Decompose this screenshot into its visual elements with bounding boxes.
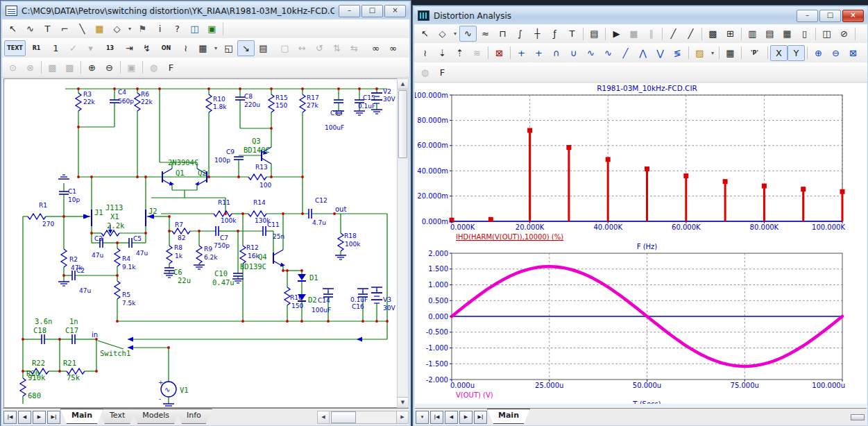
line-tool-icon[interactable]: ╱ [665,26,682,42]
resize-grip[interactable] [851,414,865,420]
attribute-display-toggle-icon[interactable]: R1 [26,40,47,56]
node-voltages-toggle-icon[interactable]: ✓ [65,40,82,56]
voltage-dropdown-icon[interactable]: ▾ [82,40,99,56]
current-display-toggle-icon[interactable]: ↯ [138,40,155,56]
schematic-horizontal-scrollbar[interactable]: ◀ ▶ [317,411,409,424]
schematic-canvas[interactable]: ∿R322kC4560pR622kR101.8kC8220uR15150R172… [4,79,397,407]
bus-component-tool-icon[interactable]: ▦ [91,21,108,37]
wire-tool-icon[interactable]: ∿ [22,21,39,37]
last-page-button[interactable]: ▶| [474,411,487,424]
line-tool-icon[interactable]: ╲ [74,21,91,37]
zoom-window-button-icon[interactable]: ⊠ [844,45,862,61]
select-area-button-icon[interactable]: ▣ [123,60,140,76]
shape-picker-dropdown-icon[interactable]: ▾ [451,26,459,42]
enable-region-tool-icon[interactable]: ▣ [203,21,221,37]
page-dropdown-button[interactable]: ▾ [416,411,429,424]
font-button-icon[interactable]: F [434,65,451,80]
scale-mode-button-icon[interactable]: ∫ [511,26,529,42]
envelope-button-icon[interactable]: ≶ [669,45,686,61]
grid-toggle-dropdown-icon[interactable]: ▾ [212,40,220,56]
valley-button-icon[interactable]: ∪ [565,45,582,61]
color-picker-dropdown-icon[interactable]: ▾ [708,45,717,61]
cursor-up-button-icon[interactable]: ⇡ [451,45,468,61]
zoom-out-button-icon[interactable]: ⊖ [101,60,118,76]
slope-lines-toggle-icon[interactable]: ⊘ [835,26,853,42]
close-button[interactable]: × [384,5,406,17]
schematic-vertical-scrollbar[interactable]: ▲ ▼ [397,78,409,408]
font-button-icon[interactable]: F [162,60,180,76]
minimize-button[interactable]: – [797,10,818,22]
horizontal-scroll-thumb[interactable] [331,411,356,423]
vertical-tag-button-icon[interactable]: + [530,45,547,61]
periodic-steady-state-button-icon[interactable]: 'P' [744,45,765,61]
y-autoscale-button-icon[interactable]: Y [788,45,805,61]
zoom-in-button-icon[interactable]: ⊕ [83,60,101,76]
shape-picker-icon[interactable]: ◇ [434,26,451,42]
info-page-button-icon[interactable]: ⊙ [4,60,22,76]
tokens-toggle-icon[interactable]: ⊞ [722,26,739,42]
prev-page-button[interactable]: ◀ [445,411,458,424]
select-tool-icon[interactable]: ↖ [4,21,22,37]
baseline-toggle-icon[interactable]: ◫ [818,26,835,42]
color-picker-icon[interactable]: ▨ [691,45,708,61]
pick-mode-button-icon[interactable]: ↘ [237,40,255,56]
data-points-toggle-icon[interactable]: ▩ [704,26,722,42]
numeric-output-button-icon[interactable]: ▦ [722,45,739,61]
horizontal-grid-toggle-icon[interactable]: ▤ [761,26,778,42]
text-display-toggle-icon[interactable]: TEXT [4,40,26,56]
align-cursors-button-icon[interactable]: ≋ [468,45,486,61]
schematic-titlebar[interactable]: C:\MC9\DATA\Petrov\switching distortion\… [2,2,409,20]
cursor-down-button-icon[interactable]: ⇣ [434,45,451,61]
scroll-left-icon[interactable]: ◀ [318,411,330,423]
mirror-tool-icon[interactable]: ↔ [293,40,311,56]
x-autoscale-button-icon[interactable]: X [770,45,788,61]
zoom-out-button-icon[interactable]: ⊖ [827,45,844,61]
slope-button-icon[interactable]: ╱ [617,45,634,61]
border-display-toggle-icon[interactable]: ◱ [220,40,237,56]
copy-picture-button-icon[interactable]: ▩ [61,60,78,76]
power-display-toggle-icon[interactable]: ON [155,40,177,56]
flag-tool-icon[interactable]: ⚑ [134,21,151,37]
pin-connections-toggle-icon[interactable]: ⇥ [121,40,138,56]
scroll-down-icon[interactable]: ▼ [398,397,408,407]
waveform-limits-button-icon[interactable]: ≈ [477,26,494,42]
stop-button-icon[interactable]: ■ [625,26,643,42]
pause-button-icon[interactable]: ∥ [643,26,660,42]
plot-canvas[interactable]: 100.000m80.000m60.000m40.000m20.000m0.00… [415,83,867,404]
vertical-scroll-thumb[interactable] [398,90,407,158]
high-button-icon[interactable]: ∿ [582,45,599,61]
ortho-wire-tool-icon[interactable]: ⌐ [56,21,74,37]
help-globe-button-icon[interactable]: ◍ [145,60,162,76]
search-wave-button-icon[interactable]: ∞ [367,40,384,56]
scroll-up-icon[interactable]: ▲ [398,79,408,90]
grid-toggle-icon[interactable]: ▦ [194,40,212,56]
schematic-canvas-area[interactable]: ∿R322kC4560pR622kR101.8kC8220uR15150R172… [3,78,398,408]
analysis-titlebar[interactable]: Distortion Analysis – □ × [414,7,867,25]
scope-mode-button-icon[interactable]: ∿ [459,26,477,42]
node-numbers-toggle-icon[interactable]: 1 [47,40,65,56]
full-grid-toggle-icon[interactable]: ▦ [778,26,796,42]
go-to-branch-button-icon[interactable]: ≀ [416,45,434,61]
next-page-button[interactable]: ▶ [459,411,473,424]
rotate-tool-icon[interactable]: ↺ [311,40,328,56]
next-page-button[interactable]: ▶ [33,411,46,424]
tab-text[interactable]: Text [99,409,136,424]
first-page-button[interactable]: |◀ [430,411,443,424]
minimize-button[interactable]: – [339,5,360,17]
pan-mode-button-icon[interactable]: ⊓ [494,26,511,42]
tab-models[interactable]: Models [131,409,180,424]
tab-info[interactable]: Info [176,409,212,424]
run-button-icon[interactable]: ▶ [608,26,625,42]
prev-page-button[interactable]: ◀ [18,411,31,424]
tab-main[interactable]: Main [487,409,530,424]
low-button-icon[interactable]: ∿ [599,45,617,61]
info-mode-button-icon[interactable]: i [151,21,169,37]
select-tool-icon[interactable]: ↖ [416,26,434,42]
pin-numbers-toggle-icon[interactable]: 13 [99,40,121,56]
select-graphic-button-icon[interactable]: ⊠ [491,45,508,61]
minor-grid-toggle-icon[interactable]: ▯ [796,26,813,42]
text-tool-icon[interactable]: T [563,26,581,42]
formula-text-button-icon[interactable]: ƒ [546,26,563,42]
find-button-icon[interactable]: ∞ [384,40,402,56]
condition-display-toggle-icon[interactable]: ≀ [177,40,194,56]
